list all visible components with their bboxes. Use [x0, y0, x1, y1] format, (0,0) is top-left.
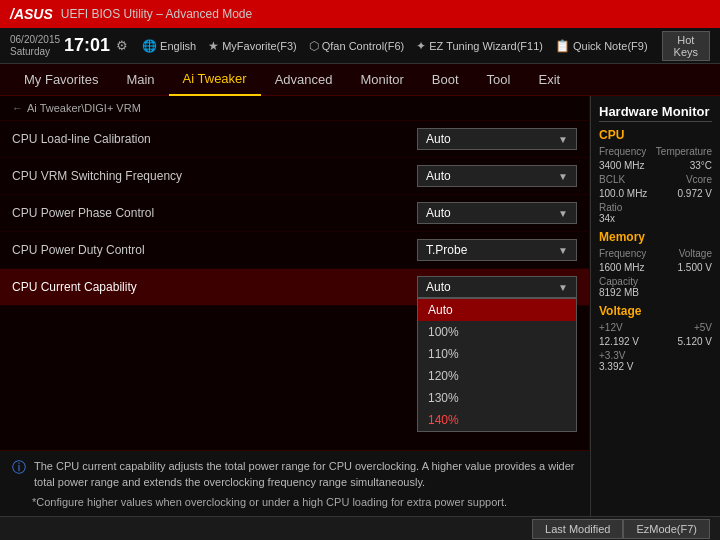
back-icon[interactable]: ← [12, 102, 23, 114]
hw-mem-freq-value: 1600 MHz [599, 262, 645, 273]
wand-icon: ✦ [416, 39, 426, 53]
hw-cpu-temp-value: 33°C [690, 160, 712, 171]
quicknote-link[interactable]: 📋 Quick Note(F9) [555, 39, 648, 53]
hw-cpu-freq-label: Frequency [599, 146, 646, 157]
hw-mem-volt-value: 1.500 V [678, 262, 712, 273]
nav-tool[interactable]: Tool [473, 64, 525, 96]
dropdown-option-130[interactable]: 130% [418, 387, 576, 409]
setting-row-cpu-vrm-freq: CPU VRM Switching Frequency Auto ▼ [0, 158, 589, 195]
favorite-icon: ★ [208, 39, 219, 53]
dropdown-option-120[interactable]: 120% [418, 365, 576, 387]
info-icon: ⓘ [12, 459, 26, 477]
info-bar: 06/20/2015 Saturday 17:01 ⚙ 🌐 English ★ … [0, 28, 720, 64]
dropdown-cpu-vrm-freq[interactable]: Auto ▼ [417, 165, 577, 187]
hw-voltage-label: Voltage [599, 304, 712, 318]
hw-cpu-bclk-val-row: 100.0 MHz 0.972 V [599, 188, 712, 199]
dropdown-value-cpu-current: Auto [426, 280, 451, 294]
hw-mem-capacity-label: Capacity [599, 276, 712, 287]
nav-ai-tweaker[interactable]: Ai Tweaker [169, 64, 261, 96]
hw-cpu-vcore-label: Vcore [686, 174, 712, 185]
hw-memory-label: Memory [599, 230, 712, 244]
ezmode-button[interactable]: EzMode(F7) [623, 519, 710, 539]
last-modified-button[interactable]: Last Modified [532, 519, 623, 539]
dropdown-value-cpu-power-duty: T.Probe [426, 243, 467, 257]
nav-my-favorites[interactable]: My Favorites [10, 64, 112, 96]
datetime: 06/20/2015 Saturday [10, 34, 60, 58]
setting-row-cpu-current: CPU Current Capability Auto ▼ Auto 100% … [0, 269, 589, 306]
fan-icon: ⬡ [309, 39, 319, 53]
dropdown-arrow-cpu-power-duty: ▼ [558, 245, 568, 256]
nav-main[interactable]: Main [112, 64, 168, 96]
time-display: 17:01 [64, 35, 110, 56]
hw-cpu-bclk-label: BCLK [599, 174, 625, 185]
asus-logo: /ASUS [10, 6, 53, 22]
dropdown-container-cpu-current: Auto ▼ Auto 100% 110% 120% 130% 140% [417, 276, 577, 298]
setting-row-cpu-power-phase: CPU Power Phase Control Auto ▼ [0, 195, 589, 232]
dropdown-cpu-power-duty[interactable]: T.Probe ▼ [417, 239, 577, 261]
hw-volt-33-label: +3.3V [599, 350, 712, 361]
hw-cpu-vcore-value: 0.972 V [678, 188, 712, 199]
dropdown-option-110[interactable]: 110% [418, 343, 576, 365]
hot-keys-button[interactable]: Hot Keys [662, 31, 710, 61]
nav-advanced[interactable]: Advanced [261, 64, 347, 96]
status-bar: Last Modified EzMode(F7) [0, 516, 720, 540]
setting-label-cpu-load-line: CPU Load-line Calibration [12, 132, 151, 146]
hw-cpu-bclk-value: 100.0 MHz [599, 188, 647, 199]
dropdown-arrow-cpu-vrm-freq: ▼ [558, 171, 568, 182]
hw-mem-freq-val-row: 1600 MHz 1.500 V [599, 262, 712, 273]
hw-volt-12-val-row: 12.192 V 5.120 V [599, 336, 712, 347]
setting-row-cpu-load-line: CPU Load-line Calibration Auto ▼ [0, 121, 589, 158]
setting-label-cpu-power-phase: CPU Power Phase Control [12, 206, 154, 220]
language-link[interactable]: 🌐 English [142, 39, 196, 53]
hw-volt-5-value: 5.120 V [678, 336, 712, 347]
nav-exit[interactable]: Exit [524, 64, 574, 96]
qfan-link[interactable]: ⬡ Qfan Control(F6) [309, 39, 405, 53]
dropdown-cpu-power-phase[interactable]: Auto ▼ [417, 202, 577, 224]
info-description: The CPU current capability adjusts the t… [34, 459, 577, 490]
hw-volt-5-label: +5V [694, 322, 712, 333]
hw-cpu-freq-val-row: 3400 MHz 33°C [599, 160, 712, 171]
hw-mem-freq-row: Frequency Voltage [599, 248, 712, 259]
content-area: ← Ai Tweaker\DIGI+ VRM CPU Load-line Cal… [0, 96, 720, 516]
nav-monitor[interactable]: Monitor [347, 64, 418, 96]
dropdown-arrow-cpu-current: ▼ [558, 282, 568, 293]
dropdown-option-100[interactable]: 100% [418, 321, 576, 343]
hw-cpu-ratio-value: 34x [599, 213, 712, 224]
hw-volt-12-value: 12.192 V [599, 336, 639, 347]
dropdown-popup-cpu-current: Auto 100% 110% 120% 130% 140% [417, 298, 577, 432]
dropdown-option-auto[interactable]: Auto [418, 299, 576, 321]
dropdown-arrow-cpu-power-phase: ▼ [558, 208, 568, 219]
hw-cpu-label: CPU [599, 128, 712, 142]
dropdown-cpu-load-line[interactable]: Auto ▼ [417, 128, 577, 150]
hw-cpu-temp-label: Temperature [656, 146, 712, 157]
dropdown-cpu-current[interactable]: Auto ▼ [417, 276, 577, 298]
settings-list: CPU Load-line Calibration Auto ▼ CPU VRM… [0, 121, 589, 450]
hw-cpu-bclk-row: BCLK Vcore [599, 174, 712, 185]
date-display: 06/20/2015 [10, 34, 60, 46]
setting-row-cpu-power-duty: CPU Power Duty Control T.Probe ▼ [0, 232, 589, 269]
setting-label-cpu-current: CPU Current Capability [12, 280, 137, 294]
breadcrumb-path: Ai Tweaker\DIGI+ VRM [27, 102, 141, 114]
left-panel: ← Ai Tweaker\DIGI+ VRM CPU Load-line Cal… [0, 96, 590, 516]
hw-mem-volt-label: Voltage [679, 248, 712, 259]
hw-volt-33-value: 3.392 V [599, 361, 712, 372]
bios-title: UEFI BIOS Utility – Advanced Mode [61, 7, 252, 21]
eztuning-link[interactable]: ✦ EZ Tuning Wizard(F11) [416, 39, 543, 53]
hw-mem-capacity-value: 8192 MB [599, 287, 712, 298]
hw-volt-12-label: +12V [599, 322, 623, 333]
language-icon: 🌐 [142, 39, 157, 53]
right-panel: Hardware Monitor CPU Frequency Temperatu… [590, 96, 720, 516]
nav-boot[interactable]: Boot [418, 64, 473, 96]
nav-bar: My Favorites Main Ai Tweaker Advanced Mo… [0, 64, 720, 96]
setting-label-cpu-vrm-freq: CPU VRM Switching Frequency [12, 169, 182, 183]
info-links: 🌐 English ★ MyFavorite(F3) ⬡ Qfan Contro… [142, 39, 647, 53]
info-description-row: ⓘ The CPU current capability adjusts the… [12, 459, 577, 490]
myfavorite-link[interactable]: ★ MyFavorite(F3) [208, 39, 297, 53]
hw-cpu-freq-value: 3400 MHz [599, 160, 645, 171]
dropdown-option-140[interactable]: 140% [418, 409, 576, 431]
hw-cpu-freq-row: Frequency Temperature [599, 146, 712, 157]
breadcrumb: ← Ai Tweaker\DIGI+ VRM [0, 96, 589, 121]
hw-cpu-ratio-label: Ratio [599, 202, 712, 213]
hw-mem-freq-label: Frequency [599, 248, 646, 259]
settings-icon[interactable]: ⚙ [116, 38, 128, 53]
